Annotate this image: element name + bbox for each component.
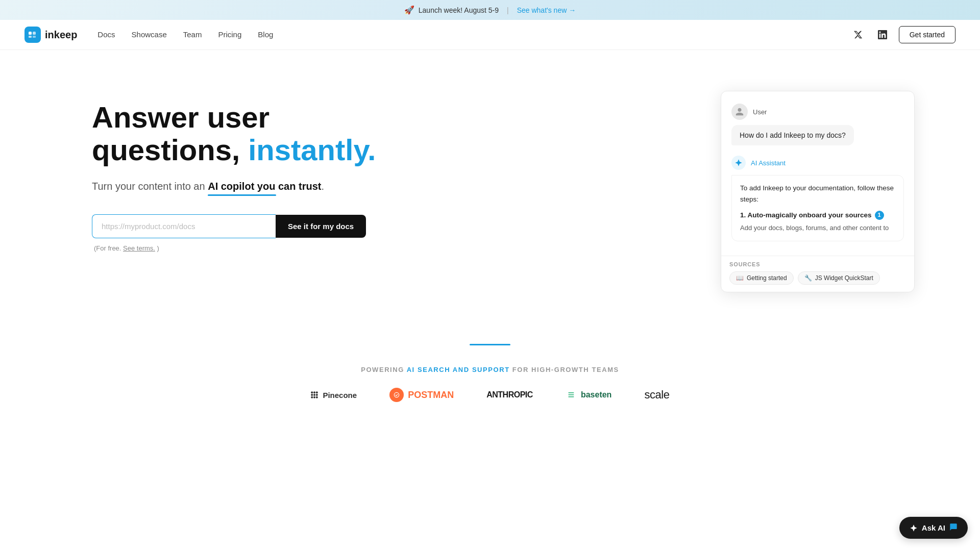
book-icon: 📖 xyxy=(736,274,744,282)
chat-widget: User How do I add Inkeep to my docs? AI … xyxy=(721,91,915,292)
hero-subtitle: Turn your content into an AI copilot you… xyxy=(92,179,408,194)
announcement-divider: | xyxy=(507,6,509,14)
navbar: inkeep Docs Showcase Team Pricing Blog G… xyxy=(0,20,980,50)
pinecone-label: Pinecone xyxy=(323,391,357,399)
baseten-icon: ≡ xyxy=(566,389,577,400)
svg-rect-3 xyxy=(33,36,36,38)
powering-section: POWERING AI SEARCH AND SUPPORT FOR HIGH-… xyxy=(0,356,980,422)
brand-baseten: ≡ baseten xyxy=(566,389,611,400)
brand-scale: scale xyxy=(644,388,669,402)
logo-icon xyxy=(24,27,41,43)
hero-title: Answer user questions, instantly. xyxy=(92,101,408,166)
source-chip-getting-started[interactable]: 📖 Getting started xyxy=(729,271,794,285)
hero-title-line2: questions, xyxy=(92,133,240,166)
hero-section: Answer user questions, instantly. Turn y… xyxy=(0,50,980,336)
svg-point-6 xyxy=(316,391,318,393)
source-chip-label-2: JS Widget QuickStart xyxy=(815,274,873,282)
nav-pricing[interactable]: Pricing xyxy=(218,30,241,39)
hero-title-highlight: instantly. xyxy=(248,133,376,166)
hero-left: Answer user questions, instantly. Turn y… xyxy=(92,81,408,252)
svg-point-12 xyxy=(316,396,318,398)
brand-pinecone: Pinecone xyxy=(310,391,357,399)
see-docs-button[interactable]: See it for my docs xyxy=(276,215,366,238)
nav-blog[interactable]: Blog xyxy=(258,30,273,39)
brand-logos: Pinecone POSTMAN ANTHROPIC ≡ baseten sca… xyxy=(24,388,955,402)
svg-rect-0 xyxy=(29,32,32,35)
logo[interactable]: inkeep xyxy=(24,27,77,43)
brand-anthropic: ANTHROPIC xyxy=(486,390,533,399)
chat-user-label: User xyxy=(753,108,767,116)
svg-point-4 xyxy=(311,391,313,393)
powering-text: POWERING AI SEARCH AND SUPPORT FOR HIGH-… xyxy=(24,366,955,373)
input-section: See it for my docs xyxy=(92,214,408,238)
source-chip-js-widget[interactable]: 🔧 JS Widget QuickStart xyxy=(798,271,880,285)
hero-title-line1: Answer user xyxy=(92,101,270,134)
ai-icon xyxy=(731,156,746,170)
hero-subtitle-bold: AI copilot you can trust xyxy=(208,179,321,194)
baseten-label: baseten xyxy=(581,390,611,399)
brand-postman: POSTMAN xyxy=(389,388,454,402)
chat-messages: User How do I add Inkeep to my docs? AI … xyxy=(721,91,914,256)
svg-rect-2 xyxy=(29,36,32,38)
nav-showcase[interactable]: Showcase xyxy=(132,30,167,39)
svg-point-9 xyxy=(316,394,318,396)
nav-team[interactable]: Team xyxy=(183,30,202,39)
nav-links: Docs Showcase Team Pricing Blog xyxy=(97,30,849,39)
powering-accent: AI SEARCH AND SUPPORT xyxy=(407,366,510,373)
svg-point-11 xyxy=(313,396,315,398)
svg-point-10 xyxy=(311,396,313,398)
blue-divider xyxy=(470,344,510,345)
source-chip-label: Getting started xyxy=(747,274,787,282)
url-input[interactable] xyxy=(92,214,276,238)
logo-text: inkeep xyxy=(45,29,77,41)
announcement-text: Launch week! August 5-9 xyxy=(419,6,499,14)
user-message: How do I add Inkeep to my docs? xyxy=(731,125,854,145)
chat-user-row: User xyxy=(731,104,904,120)
rocket-icon: 🚀 xyxy=(404,5,414,15)
chat-sources: SOURCES 📖 Getting started 🔧 JS Widget Qu… xyxy=(721,256,914,292)
svg-point-13 xyxy=(394,392,399,397)
x-twitter-icon[interactable] xyxy=(850,27,866,43)
announcement-bar: 🚀 Launch week! August 5-9 | See what's n… xyxy=(0,0,980,20)
widget-icon: 🔧 xyxy=(804,274,812,282)
nav-docs[interactable]: Docs xyxy=(97,30,115,39)
announcement-link[interactable]: See what's new → xyxy=(517,6,576,14)
postman-label: POSTMAN xyxy=(408,390,454,400)
scale-label: scale xyxy=(644,388,669,402)
svg-rect-1 xyxy=(33,32,36,35)
pinecone-icon xyxy=(310,391,318,399)
blue-divider-section xyxy=(0,336,980,356)
ai-intro: To add Inkeep to your documentation, fol… xyxy=(740,183,895,205)
see-terms-link[interactable]: See terms. xyxy=(123,244,155,252)
source-chips: 📖 Getting started 🔧 JS Widget QuickStart xyxy=(729,271,906,285)
input-hint: (For free. See terms. ) xyxy=(94,244,408,252)
linkedin-icon[interactable] xyxy=(874,27,891,43)
chat-ai-row: AI Assistant xyxy=(731,156,904,170)
sources-label: SOURCES xyxy=(729,261,906,267)
get-started-button[interactable]: Get started xyxy=(899,26,955,43)
svg-point-8 xyxy=(313,394,315,396)
ai-step-desc: Add your docs, blogs, forums, and other … xyxy=(740,223,895,234)
step-label: 1. Auto-magically onboard your sources xyxy=(740,210,872,221)
svg-point-5 xyxy=(313,391,315,393)
nav-right: Get started xyxy=(850,26,955,43)
step-badge: 1 xyxy=(875,211,884,220)
ai-label: AI Assistant xyxy=(751,159,786,167)
user-avatar xyxy=(731,104,748,120)
ai-step-header: 1. Auto-magically onboard your sources 1 xyxy=(740,210,895,221)
svg-point-7 xyxy=(311,394,313,396)
ai-message: To add Inkeep to your documentation, fol… xyxy=(731,175,904,241)
anthropic-label: ANTHROPIC xyxy=(486,390,533,399)
postman-icon xyxy=(389,388,404,402)
